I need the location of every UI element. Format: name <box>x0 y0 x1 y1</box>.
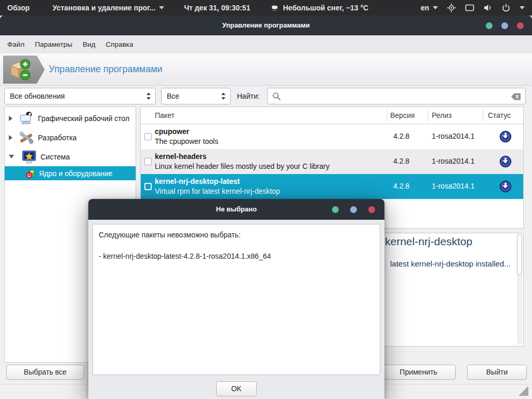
window-dot-blue[interactable] <box>501 22 508 29</box>
category-label: Система <box>41 153 70 161</box>
scrollbar-thumb[interactable] <box>517 234 522 275</box>
app-menu-button[interactable]: Установка и удаление прог... <box>52 4 164 12</box>
tree-item[interactable]: Ядро и оборудование <box>5 166 136 180</box>
clear-search-icon[interactable] <box>511 92 521 103</box>
system-status-area: en <box>421 3 525 12</box>
chevron-down-icon[interactable] <box>520 6 525 9</box>
expander-icon[interactable] <box>9 155 14 158</box>
tree-item[interactable]: Графический рабочий стол <box>5 109 136 128</box>
column-divider <box>387 109 387 122</box>
column-divider <box>428 109 428 122</box>
package-checkbox[interactable] <box>144 133 152 140</box>
category-icon <box>18 110 35 127</box>
window-title: Управление программами <box>0 16 532 35</box>
updates-filter-dropdown[interactable]: Все обновления <box>4 88 156 104</box>
column-header-version[interactable]: Версия <box>390 107 415 124</box>
dialog-window-controls <box>332 206 375 213</box>
package-description: The cpupower tools <box>155 137 218 145</box>
package-name: kernel-nrj-desktop-latest <box>155 177 240 185</box>
menubar: Файл Параметры Вид Справка <box>0 35 532 54</box>
table-row[interactable]: kernel-nrj-desktop-latest Virtual rpm fo… <box>141 174 523 199</box>
search-input[interactable] <box>284 89 508 103</box>
volume-icon[interactable] <box>483 3 493 12</box>
app-banner: Управление программами <box>0 54 532 86</box>
column-header-package[interactable]: Пакет <box>155 107 175 124</box>
clock-label: Чт дек 31, 09:30:51 <box>184 4 250 12</box>
details-note: latest kernel-nrj-desktop installed... <box>390 259 511 268</box>
package-version: 4.2.8 <box>393 157 409 165</box>
desktop-screen: Обзор Установка и удаление прог... Чт де… <box>0 0 532 399</box>
download-status-icon <box>499 155 512 168</box>
details-scrollbar <box>517 234 522 345</box>
gnome-top-bar: Обзор Установка и удаление прог... Чт де… <box>0 0 532 16</box>
menu-options[interactable]: Параметры <box>30 35 77 54</box>
table-header: Пакет Версия Релиз Статус <box>141 107 523 124</box>
download-status-icon <box>499 130 512 143</box>
window-titlebar: Управление программами <box>0 16 532 35</box>
details-heading: kernel-nrj-desktop <box>385 235 472 248</box>
table-row[interactable]: kernel-headers Linux kernel header files… <box>141 149 523 174</box>
dialog-message: Следующие пакеты невозможно выбрать: <box>99 231 241 239</box>
scope-filter-dropdown[interactable]: Все <box>161 88 231 104</box>
column-header-release[interactable]: Релиз <box>432 107 451 124</box>
search-icon <box>272 92 281 103</box>
column-divider <box>483 109 483 122</box>
ok-button[interactable]: OK <box>216 381 257 396</box>
location-icon[interactable] <box>447 3 456 12</box>
menu-help[interactable]: Справка <box>101 35 139 54</box>
package-name: kernel-headers <box>155 152 207 161</box>
select-all-button[interactable]: Выбрать все <box>6 365 84 380</box>
menu-view[interactable]: Вид <box>77 35 100 54</box>
display-icon[interactable] <box>465 3 474 12</box>
menu-file[interactable]: Файл <box>2 35 30 54</box>
activities-overview-button[interactable]: Обзор <box>7 4 30 12</box>
package-description: Virtual rpm for latest kernel-nrj-deskto… <box>155 187 280 195</box>
search-field <box>267 88 526 104</box>
package-box-icon <box>8 58 31 81</box>
apply-button[interactable]: Применить <box>381 365 456 380</box>
window-dot-green[interactable] <box>332 206 339 213</box>
table-row[interactable]: cpupower The cpupower tools 4.2.8 1-rosa… <box>141 124 523 149</box>
package-release: 1-rosa2014.1 <box>432 182 475 190</box>
chevron-down-icon <box>159 6 164 9</box>
package-checkbox[interactable] <box>144 183 152 190</box>
banner-icon-block <box>3 56 45 84</box>
dialog-message-area: Следующие пакеты невозможно выбрать: - k… <box>92 224 380 375</box>
not-selected-dialog: Не выбрано Следующие пакеты невозможно в… <box>88 199 384 399</box>
package-checkbox[interactable] <box>144 158 152 165</box>
expander-icon[interactable] <box>9 135 12 140</box>
package-description: Linux kernel header files mostly used by… <box>155 162 329 170</box>
tree-item[interactable]: Разработка <box>5 128 136 147</box>
category-icon <box>21 149 37 165</box>
tree-item[interactable]: Система <box>5 147 136 166</box>
app-menu-label: Установка и удаление прог... <box>52 4 155 12</box>
window-dot-blue[interactable] <box>350 206 357 213</box>
download-status-icon <box>499 180 512 193</box>
spinner-arrows-icon <box>221 92 225 100</box>
package-version: 4.2.8 <box>393 132 409 140</box>
window-dot-red[interactable] <box>368 206 375 213</box>
page-title: Управление программами <box>49 54 163 85</box>
search-label: Найти: <box>237 88 260 104</box>
category-label: Ядро и оборудование <box>39 169 113 178</box>
window-controls <box>486 22 524 29</box>
window-dot-red[interactable] <box>517 22 524 29</box>
chevron-down-icon <box>433 6 438 9</box>
category-icon <box>18 129 35 146</box>
column-header-status[interactable]: Статус <box>488 107 511 124</box>
weather-label: Небольшой снег, −13 °C <box>283 4 369 12</box>
language-label: en <box>421 4 429 12</box>
quit-button[interactable]: Выйти <box>467 365 527 380</box>
window-dot-green[interactable] <box>486 22 493 29</box>
resize-grip[interactable] <box>518 386 528 396</box>
weather-button[interactable]: Небольшой снег, −13 °C <box>270 3 369 12</box>
clock-button[interactable]: Чт дек 31, 09:30:51 <box>184 4 250 12</box>
language-indicator[interactable]: en <box>421 4 438 12</box>
overview-label: Обзор <box>7 4 30 12</box>
category-label: Разработка <box>38 134 77 142</box>
package-release: 1-rosa2014.1 <box>432 132 475 140</box>
updates-filter-value: Все обновления <box>10 92 65 100</box>
expander-icon[interactable] <box>9 116 12 121</box>
package-version: 4.2.8 <box>393 182 409 190</box>
power-icon[interactable] <box>501 3 511 12</box>
